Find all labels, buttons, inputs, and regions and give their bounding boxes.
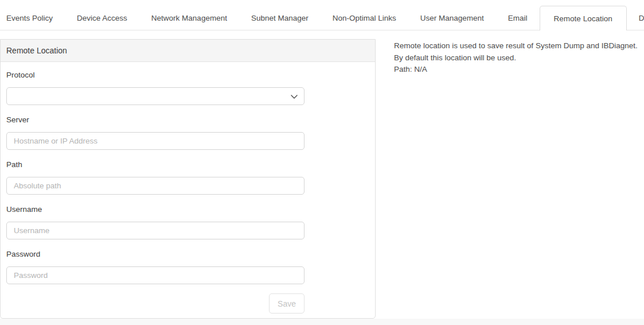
page-background-strip (0, 319, 644, 325)
save-button-row: Save (6, 293, 305, 314)
tab-data-streaming[interactable]: Data Streaming (627, 6, 644, 30)
tab-non-optimal-links[interactable]: Non-Optimal Links (321, 6, 408, 30)
protocol-select[interactable] (6, 87, 305, 105)
path-label: Path (6, 161, 369, 169)
server-field-group: Server (6, 116, 369, 150)
panel-header: Remote Location (1, 40, 375, 62)
tab-subnet-manager[interactable]: Subnet Manager (239, 6, 321, 30)
server-label: Server (6, 116, 369, 124)
content-area: Remote Location Protocol Server (0, 30, 644, 319)
path-field-group: Path (6, 161, 369, 195)
tab-events-policy[interactable]: Events Policy (0, 6, 65, 30)
remote-location-panel: Remote Location Protocol Server (0, 39, 376, 319)
path-input[interactable] (6, 177, 305, 195)
remote-location-description: Remote location is used to save result o… (394, 40, 638, 76)
save-button[interactable]: Save (269, 293, 305, 314)
username-input[interactable] (6, 222, 305, 239)
settings-tab-bar: Events Policy Device Access Network Mana… (0, 0, 644, 30)
panel-title: Remote Location (6, 46, 67, 55)
password-input[interactable] (6, 266, 305, 284)
protocol-field-group: Protocol (6, 71, 369, 105)
tab-email[interactable]: Email (496, 6, 540, 30)
password-field-group: Password (6, 250, 369, 284)
tab-device-access[interactable]: Device Access (65, 6, 139, 30)
description-path-value: Path: N/A (394, 64, 638, 76)
tab-remote-location[interactable]: Remote Location (540, 6, 627, 30)
description-line-2: By default this location will be used. (394, 52, 638, 64)
description-line-1: Remote location is used to save result o… (394, 40, 638, 52)
remote-location-form: Protocol Server Path (1, 62, 375, 318)
tab-user-management[interactable]: User Management (408, 6, 496, 30)
password-label: Password (6, 250, 369, 258)
protocol-label: Protocol (6, 71, 369, 79)
tab-network-management[interactable]: Network Management (139, 6, 239, 30)
server-input[interactable] (6, 132, 305, 150)
username-label: Username (6, 206, 369, 214)
settings-page: Events Policy Device Access Network Mana… (0, 0, 644, 325)
username-field-group: Username (6, 206, 369, 239)
chevron-down-icon (291, 95, 298, 99)
